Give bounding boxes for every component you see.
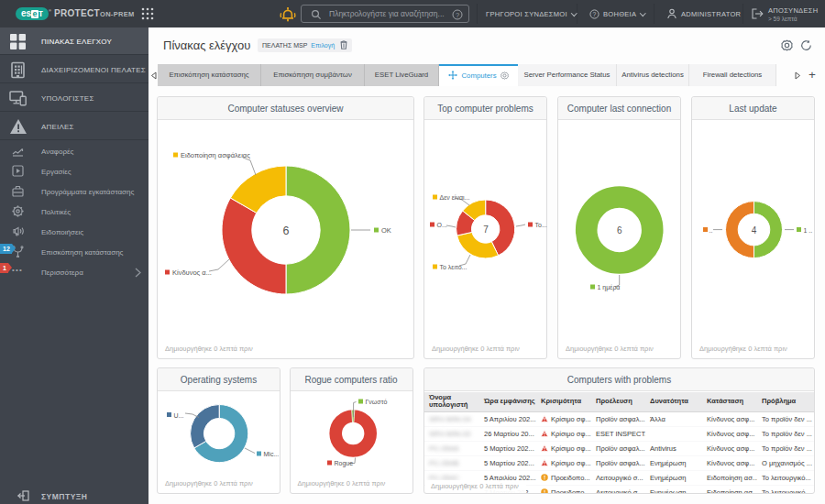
- svg-text:Το...: Το...: [535, 222, 547, 228]
- svg-text:6: 6: [283, 225, 290, 237]
- svg-text:U...: U...: [174, 412, 184, 419]
- svg-text:Το λειτο...: Το λειτο...: [440, 264, 468, 270]
- svg-text:Ο...: Ο...: [437, 222, 447, 228]
- svg-text:Ειδοποίηση ασφάλειας: Ειδοποίηση ασφάλειας: [181, 151, 250, 159]
- svg-text:Γνωστό: Γνωστό: [365, 399, 387, 405]
- svg-text:1 ημέρα: 1 ημέρα: [598, 284, 621, 291]
- svg-text:ΟΚ: ΟΚ: [381, 226, 391, 235]
- svg-text:Rogue: Rogue: [334, 460, 353, 467]
- svg-text:7: 7: [483, 225, 489, 235]
- svg-text:4: 4: [752, 225, 757, 236]
- svg-text:?: ?: [456, 11, 459, 19]
- svg-text:Κίνδυνος α...: Κίνδυνος α...: [172, 268, 212, 277]
- svg-text:?: ?: [593, 11, 597, 17]
- svg-text:..: ..: [710, 227, 713, 234]
- svg-text:1 ..: 1 ..: [804, 227, 813, 234]
- svg-text:6: 6: [617, 225, 622, 236]
- svg-text:Mic...: Mic...: [264, 451, 280, 457]
- svg-text:Δεν είναι...: Δεν είναι...: [440, 194, 470, 201]
